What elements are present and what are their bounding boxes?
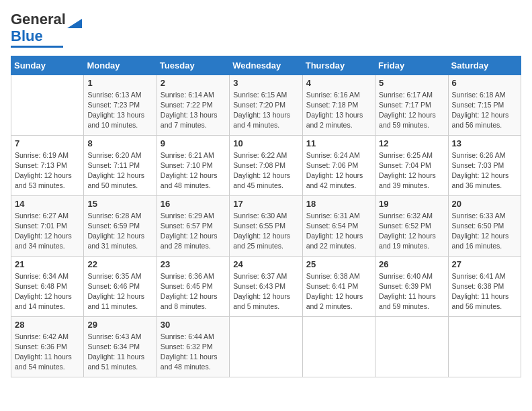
day-cell: 14 Sunrise: 6:27 AM Sunset: 7:01 PM Dayl… xyxy=(11,195,84,256)
daylight: Daylight: 12 hours and 22 minutes. xyxy=(306,232,363,250)
sunrise: Sunrise: 6:21 AM xyxy=(161,151,214,159)
sunset: Sunset: 6:34 PM xyxy=(87,342,140,351)
sunset: Sunset: 6:39 PM xyxy=(379,282,431,290)
day-info: Sunrise: 6:34 AM Sunset: 6:48 PM Dayligh… xyxy=(15,271,80,312)
day-number: 8 xyxy=(87,138,152,148)
day-cell: 5 Sunrise: 6:17 AM Sunset: 7:17 PM Dayli… xyxy=(375,75,448,135)
week-row-1: 1 Sunrise: 6:13 AM Sunset: 7:23 PM Dayli… xyxy=(11,75,521,135)
daylight: Daylight: 12 hours and 8 minutes. xyxy=(161,292,218,310)
sunset: Sunset: 6:38 PM xyxy=(452,282,504,290)
page-header: GeneralBlue xyxy=(11,11,521,48)
sunrise: Sunrise: 6:15 AM xyxy=(233,91,287,99)
daylight: Daylight: 12 hours and 39 minutes. xyxy=(379,171,436,189)
day-cell: 4 Sunrise: 6:16 AM Sunset: 7:18 PM Dayli… xyxy=(302,75,375,135)
sunset: Sunset: 6:52 PM xyxy=(379,222,431,230)
day-cell: 20 Sunrise: 6:33 AM Sunset: 6:50 PM Dayl… xyxy=(448,195,521,256)
day-info: Sunrise: 6:25 AM Sunset: 7:04 PM Dayligh… xyxy=(379,150,444,191)
day-cell: 10 Sunrise: 6:22 AM Sunset: 7:08 PM Dayl… xyxy=(230,135,302,195)
daylight: Daylight: 11 hours and 48 minutes. xyxy=(161,353,218,371)
sunset: Sunset: 7:10 PM xyxy=(161,161,213,169)
sunset: Sunset: 6:55 PM xyxy=(233,222,285,230)
day-info: Sunrise: 6:31 AM Sunset: 6:54 PM Dayligh… xyxy=(306,211,371,252)
day-cell: 29 Sunrise: 6:43 AM Sunset: 6:34 PM Dayl… xyxy=(84,316,157,377)
day-cell: 15 Sunrise: 6:28 AM Sunset: 6:59 PM Dayl… xyxy=(84,195,157,256)
daylight: Daylight: 11 hours and 51 minutes. xyxy=(87,353,144,371)
logo: GeneralBlue xyxy=(11,11,82,48)
day-number: 20 xyxy=(452,199,517,209)
week-row-4: 21 Sunrise: 6:34 AM Sunset: 6:48 PM Dayl… xyxy=(11,256,521,316)
sunrise: Sunrise: 6:24 AM xyxy=(306,151,360,159)
daylight: Daylight: 12 hours and 42 minutes. xyxy=(306,171,363,189)
day-cell: 18 Sunrise: 6:31 AM Sunset: 6:54 PM Dayl… xyxy=(302,195,375,256)
daylight: Daylight: 11 hours and 59 minutes. xyxy=(379,292,436,310)
day-number: 18 xyxy=(306,199,371,209)
day-number: 26 xyxy=(379,259,444,269)
sunset: Sunset: 7:04 PM xyxy=(379,161,431,169)
day-cell: 30 Sunrise: 6:44 AM Sunset: 6:32 PM Dayl… xyxy=(157,316,229,377)
day-info: Sunrise: 6:14 AM Sunset: 7:22 PM Dayligh… xyxy=(161,90,226,131)
day-cell: 6 Sunrise: 6:18 AM Sunset: 7:15 PM Dayli… xyxy=(448,75,521,135)
day-cell: 7 Sunrise: 6:19 AM Sunset: 7:13 PM Dayli… xyxy=(11,135,84,195)
header-cell-wednesday: Wednesday xyxy=(230,56,302,75)
sunrise: Sunrise: 6:16 AM xyxy=(306,91,360,99)
day-number: 2 xyxy=(161,78,226,88)
daylight: Daylight: 12 hours and 56 minutes. xyxy=(452,111,509,129)
sunrise: Sunrise: 6:20 AM xyxy=(87,151,141,159)
sunrise: Sunrise: 6:19 AM xyxy=(15,151,69,159)
sunrise: Sunrise: 6:17 AM xyxy=(379,91,433,99)
daylight: Daylight: 12 hours and 53 minutes. xyxy=(15,171,72,189)
sunset: Sunset: 6:50 PM xyxy=(452,222,504,230)
day-info: Sunrise: 6:40 AM Sunset: 6:39 PM Dayligh… xyxy=(379,271,444,312)
day-info: Sunrise: 6:28 AM Sunset: 6:59 PM Dayligh… xyxy=(87,211,152,252)
sunrise: Sunrise: 6:42 AM xyxy=(15,332,69,340)
day-number: 14 xyxy=(15,199,80,209)
daylight: Daylight: 12 hours and 48 minutes. xyxy=(161,171,218,189)
day-number: 16 xyxy=(161,199,226,209)
day-cell: 2 Sunrise: 6:14 AM Sunset: 7:22 PM Dayli… xyxy=(157,75,229,135)
sunset: Sunset: 7:13 PM xyxy=(15,161,67,169)
daylight: Daylight: 12 hours and 59 minutes. xyxy=(379,111,436,129)
day-number: 30 xyxy=(161,320,226,330)
header-cell-saturday: Saturday xyxy=(448,56,521,75)
day-number: 1 xyxy=(87,78,152,88)
day-info: Sunrise: 6:33 AM Sunset: 6:50 PM Dayligh… xyxy=(452,211,517,252)
day-cell: 28 Sunrise: 6:42 AM Sunset: 6:36 PM Dayl… xyxy=(11,316,84,377)
daylight: Daylight: 12 hours and 25 minutes. xyxy=(233,232,290,250)
day-info: Sunrise: 6:24 AM Sunset: 7:06 PM Dayligh… xyxy=(306,150,371,191)
sunrise: Sunrise: 6:32 AM xyxy=(379,212,433,220)
sunset: Sunset: 7:08 PM xyxy=(233,161,285,169)
daylight: Daylight: 12 hours and 11 minutes. xyxy=(87,292,144,310)
day-number: 4 xyxy=(306,78,371,88)
day-number: 28 xyxy=(15,320,80,330)
sunrise: Sunrise: 6:26 AM xyxy=(452,151,506,159)
day-info: Sunrise: 6:41 AM Sunset: 6:38 PM Dayligh… xyxy=(452,271,517,312)
day-number: 15 xyxy=(87,199,152,209)
day-info: Sunrise: 6:21 AM Sunset: 7:10 PM Dayligh… xyxy=(161,150,226,191)
day-info: Sunrise: 6:36 AM Sunset: 6:45 PM Dayligh… xyxy=(161,271,226,312)
daylight: Daylight: 12 hours and 16 minutes. xyxy=(452,232,509,250)
day-number: 27 xyxy=(452,259,517,269)
day-number: 7 xyxy=(15,138,80,148)
day-number: 19 xyxy=(379,199,444,209)
daylight: Daylight: 11 hours and 54 minutes. xyxy=(15,353,72,371)
day-number: 22 xyxy=(87,259,152,269)
header-cell-monday: Monday xyxy=(84,56,157,75)
day-cell xyxy=(448,316,521,377)
day-cell xyxy=(230,316,302,377)
day-number: 12 xyxy=(379,138,444,148)
sunrise: Sunrise: 6:13 AM xyxy=(87,91,141,99)
logo-text: GeneralBlue xyxy=(11,11,66,45)
sunrise: Sunrise: 6:35 AM xyxy=(87,272,141,280)
day-info: Sunrise: 6:44 AM Sunset: 6:32 PM Dayligh… xyxy=(161,332,226,373)
sunset: Sunset: 6:43 PM xyxy=(233,282,285,290)
sunrise: Sunrise: 6:29 AM xyxy=(161,212,214,220)
day-cell: 12 Sunrise: 6:25 AM Sunset: 7:04 PM Dayl… xyxy=(375,135,448,195)
daylight: Daylight: 11 hours and 56 minutes. xyxy=(452,292,509,310)
day-info: Sunrise: 6:35 AM Sunset: 6:46 PM Dayligh… xyxy=(87,271,152,312)
daylight: Daylight: 12 hours and 14 minutes. xyxy=(15,292,72,310)
day-info: Sunrise: 6:26 AM Sunset: 7:03 PM Dayligh… xyxy=(452,150,517,191)
day-cell: 22 Sunrise: 6:35 AM Sunset: 6:46 PM Dayl… xyxy=(84,256,157,316)
header-cell-friday: Friday xyxy=(375,56,448,75)
daylight: Daylight: 12 hours and 28 minutes. xyxy=(161,232,218,250)
sunrise: Sunrise: 6:22 AM xyxy=(233,151,287,159)
